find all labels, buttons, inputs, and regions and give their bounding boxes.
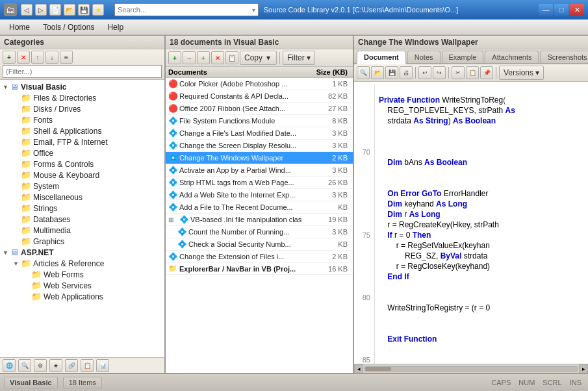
tree-item-strings[interactable]: 📁 Strings (0, 203, 164, 214)
doc-icon: 💠 (168, 153, 177, 162)
tree-label: Visual Basic (21, 82, 67, 92)
menu-home[interactable]: Home (3, 21, 36, 33)
move-doc-right-btn[interactable]: → (183, 51, 196, 64)
tree-item-databases[interactable]: 📁 Databases (0, 214, 164, 225)
close-button[interactable]: ✕ (570, 4, 584, 16)
new-btn[interactable]: 📄 (49, 4, 61, 16)
code-text (379, 136, 585, 147)
scroll-left-btn[interactable]: ◂ (354, 364, 363, 373)
tree-item-visual-basic[interactable]: ▼ 🖥 Visual Basic (0, 81, 164, 92)
bottom-btn-1[interactable]: 🌐 (3, 359, 16, 372)
nav-back-btn[interactable]: ◁ (21, 4, 32, 16)
tree-item-multimedia[interactable]: 📁 Multimedia (0, 225, 164, 236)
bottom-btn-6[interactable]: 📋 (81, 359, 94, 372)
doc-row-selected[interactable]: 💠 Change The Windows Wallpaper 2 KB (166, 152, 353, 164)
add-category-btn[interactable]: + (3, 51, 16, 64)
bottom-btn-5[interactable]: 🔗 (65, 359, 78, 372)
code-line: Dim keyhand As Long (357, 199, 585, 209)
filter-input[interactable] (3, 65, 162, 78)
tree-item-web-apps[interactable]: 📁 Web Applications (0, 291, 164, 302)
tree-item-shell-apps[interactable]: 📁 Shell & Applications (0, 125, 164, 136)
doc-row[interactable]: 💠 Change the Screen Display Resolu... 3 … (166, 140, 353, 152)
tab-notes[interactable]: Notes (407, 51, 441, 63)
tree-item-asp-net[interactable]: ▼ 🖥 ASP.NET (0, 247, 164, 258)
bottom-btn-2[interactable]: 🔍 (18, 359, 31, 372)
move-down-btn[interactable]: ↓ (45, 51, 58, 64)
versions-button[interactable]: Versions ▾ (499, 66, 544, 80)
menu-help[interactable]: Help (101, 21, 130, 33)
tree-item-disks-drives[interactable]: 📁 Disks / Drives (0, 103, 164, 114)
root-icon: 🖥 (10, 247, 19, 257)
star-btn[interactable]: ★ (92, 4, 104, 16)
bottom-btn-7[interactable]: 📊 (96, 359, 109, 372)
tree-item-graphics[interactable]: 📁 Graphics (0, 236, 164, 247)
bottom-btn-3[interactable]: ⚙ (34, 359, 47, 372)
category-props-btn[interactable]: ≡ (60, 51, 73, 64)
scroll-right-btn[interactable]: ▸ (579, 364, 588, 373)
tree-item-mouse-keyboard[interactable]: 📁 Mouse & Keyboard (0, 170, 164, 181)
menu-tools[interactable]: Tools / Options (36, 21, 101, 33)
doc-row[interactable]: ⊞ 💠 VB-based .Ini file manipulation clas… (166, 214, 353, 226)
doc-row[interactable]: 💠 Count the Number of Running... 3 KB (166, 226, 353, 238)
code-tb-6[interactable]: ↪ (433, 66, 446, 79)
tree-item-email-ftp[interactable]: 📁 Email, FTP & Internet (0, 136, 164, 147)
maximize-button[interactable]: □ (554, 4, 569, 16)
doc-row[interactable]: 💠 File System Functions Module 8 KB (166, 115, 353, 127)
tab-screenshots[interactable]: Screenshots (540, 51, 588, 63)
code-area[interactable]: Private Function WriteStringToReg( REG_T… (354, 82, 588, 364)
documents-toolbar: + → + ✕ 📋 Copy ▾ Filter ▾ (166, 49, 353, 67)
caps-indicator: CAPS (489, 377, 513, 388)
code-tb-1[interactable]: 🔍 (357, 66, 370, 79)
doc-row[interactable]: 💠 Change a File's Last Modified Date... … (166, 127, 353, 140)
add-doc2-btn[interactable]: + (197, 51, 210, 64)
doc-icon: 🔴 (168, 92, 177, 101)
add-doc-btn[interactable]: + (168, 51, 181, 64)
code-tb-4[interactable]: 🖨 (400, 66, 413, 79)
code-tb-9[interactable]: 📌 (480, 66, 493, 79)
code-tb-8[interactable]: 📋 (466, 66, 479, 79)
tab-example[interactable]: Example (442, 51, 484, 63)
delete-doc-btn[interactable]: ✕ (211, 51, 224, 64)
tree-item-files-dirs[interactable]: 📁 Files & Directories (0, 92, 164, 103)
doc-row[interactable]: 💠 Strip HTML tags from a Web Page... 26 … (166, 177, 353, 189)
search-dropdown-icon[interactable]: ▾ (252, 6, 255, 14)
tree-item-articles[interactable]: ▼ 📁 Articles & Reference (0, 258, 164, 269)
doc-row[interactable]: 🔴 Required Constants & API Decla... 82 K… (166, 90, 353, 103)
code-tb-3[interactable]: 💾 (385, 66, 398, 79)
doc-row[interactable]: 🔴 Office 2007 Ribbon (See Attach... 27 K… (166, 103, 353, 115)
doc-row[interactable]: 💠 Change the Extension of Files i... 2 K… (166, 251, 353, 263)
open-btn[interactable]: 📂 (64, 4, 75, 16)
search-box[interactable]: ▾ (114, 3, 259, 16)
code-tb-2[interactable]: 📂 (371, 66, 384, 79)
tree-item-forms-controls[interactable]: 📁 Forms & Controls (0, 158, 164, 170)
doc-list-header: Documents Size (KB) (166, 67, 353, 78)
tree-item-misc[interactable]: 📁 Miscellaneous (0, 192, 164, 203)
delete-category-btn[interactable]: ✕ (17, 51, 30, 64)
minimize-button[interactable]: — (539, 4, 553, 16)
doc-row[interactable]: 💠 Check a Social Security Numb... KB (166, 238, 353, 251)
copy-icon-btn[interactable]: 📋 (225, 51, 238, 64)
bottom-btn-4[interactable]: ★ (49, 359, 62, 372)
move-up-btn[interactable]: ↑ (31, 51, 44, 64)
code-tb-7[interactable]: ✂ (452, 66, 465, 79)
line-number (357, 168, 375, 178)
copy-button[interactable]: Copy ▾ (240, 51, 277, 65)
doc-row[interactable]: 🔴 Color Picker (Adobe Photoshop ... 1 KB (166, 78, 353, 90)
tree-item-web-services[interactable]: 📁 Web Services (0, 280, 164, 291)
doc-row[interactable]: 💠 Add a Web Site to the Internet Exp... … (166, 189, 353, 201)
code-tb-5[interactable]: ↩ (418, 66, 431, 79)
doc-row[interactable]: 💠 Add a File to The Recent Docume... KB (166, 201, 353, 214)
tree-item-system[interactable]: 📁 System (0, 181, 164, 192)
nav-fwd-btn[interactable]: ▷ (35, 4, 47, 16)
tree-item-fonts[interactable]: 📁 Fonts (0, 114, 164, 125)
doc-row[interactable]: 📁 ExplorerBar / NavBar in VB (Proj... 16… (166, 263, 353, 275)
doc-row[interactable]: 💠 Activate an App by a Partial Wind... 3… (166, 164, 353, 177)
save-btn[interactable]: 💾 (78, 4, 90, 16)
filter-button[interactable]: Filter ▾ (283, 51, 315, 65)
tab-document[interactable]: Document (357, 51, 406, 64)
search-input[interactable] (118, 6, 252, 14)
tree-item-web-forms[interactable]: 📁 Web Forms (0, 269, 164, 280)
h-scrollbar[interactable]: ◂ ▸ (354, 364, 588, 373)
tree-item-office[interactable]: 📁 Office (0, 147, 164, 158)
tab-attachments[interactable]: Attachments (485, 51, 539, 63)
